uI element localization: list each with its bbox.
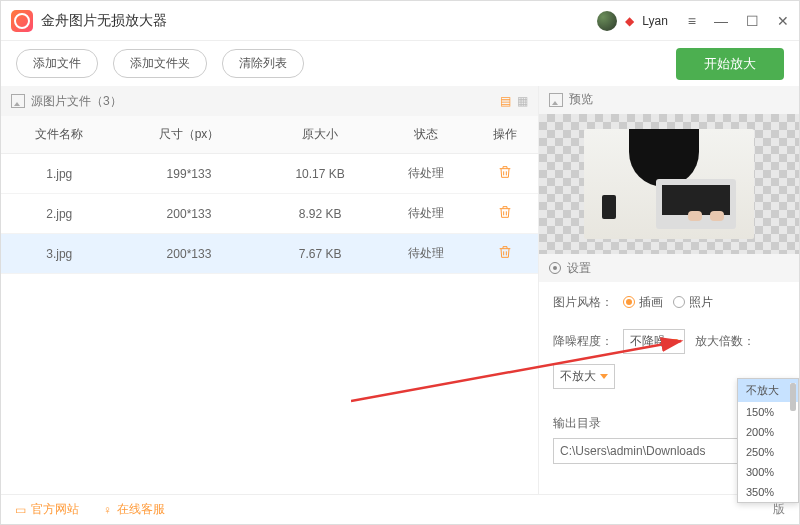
settings-header: 设置	[539, 254, 799, 282]
scale-option[interactable]: 150%	[738, 402, 798, 422]
content: 源图片文件（3） ▤ ▦ 文件名称 尺寸（px） 原大小 状态 操作 1.jpg…	[1, 86, 799, 494]
scale-option[interactable]: 350%	[738, 482, 798, 502]
settings-radio-icon	[549, 262, 561, 274]
denoise-label: 降噪程度：	[553, 333, 613, 350]
globe-icon: ▭	[15, 503, 26, 517]
footer: ▭ 官方网站 ♀ 在线客服 版	[1, 494, 799, 524]
scale-option[interactable]: 300%	[738, 462, 798, 482]
headset-icon: ♀	[103, 503, 112, 517]
table-row[interactable]: 1.jpg199*13310.17 KB待处理	[1, 154, 538, 194]
avatar[interactable]	[597, 11, 617, 31]
cell-filename: 1.jpg	[1, 154, 118, 194]
col-original-size: 原大小	[260, 116, 379, 154]
user-area: ◆ Lyan	[597, 11, 688, 31]
gem-icon: ◆	[625, 14, 634, 28]
source-files-header: 源图片文件（3） ▤ ▦	[1, 86, 538, 116]
cell-action	[471, 194, 538, 234]
output-label: 输出目录	[553, 415, 601, 432]
cell-status: 待处理	[380, 194, 472, 234]
add-folder-button[interactable]: 添加文件夹	[113, 49, 207, 78]
cell-dimensions: 200*133	[118, 194, 261, 234]
preview-label: 预览	[569, 91, 593, 108]
table-row[interactable]: 3.jpg200*1337.67 KB待处理	[1, 234, 538, 274]
settings-area: 图片风格： 插画 照片 降噪程度： 不降噪 放大倍数： 不放大 输出目录 不放大…	[539, 282, 799, 494]
scale-option[interactable]: 250%	[738, 442, 798, 462]
table-row[interactable]: 2.jpg200*1338.92 KB待处理	[1, 194, 538, 234]
scale-option[interactable]: 200%	[738, 422, 798, 442]
clear-list-button[interactable]: 清除列表	[222, 49, 304, 78]
app-logo-icon	[11, 10, 33, 32]
source-files-label: 源图片文件（3）	[31, 93, 122, 110]
delete-icon[interactable]	[497, 209, 513, 223]
maximize-button[interactable]: ☐	[746, 13, 759, 29]
cell-orig-size: 10.17 KB	[260, 154, 379, 194]
caret-down-icon	[670, 339, 678, 344]
cell-dimensions: 200*133	[118, 234, 261, 274]
app-title: 金舟图片无损放大器	[41, 12, 597, 30]
caret-down-icon	[600, 374, 608, 379]
version-label: 版	[773, 501, 785, 518]
col-action: 操作	[471, 116, 538, 154]
dropdown-scrollbar[interactable]	[790, 383, 796, 498]
settings-label: 设置	[567, 260, 591, 277]
menu-button[interactable]: ≡	[688, 13, 696, 29]
scale-dropdown: 不放大150%200%250%300%350%	[737, 378, 799, 503]
window-controls: ≡ — ☐ ✕	[688, 13, 789, 29]
titlebar: 金舟图片无损放大器 ◆ Lyan ≡ — ☐ ✕	[1, 1, 799, 41]
style-radio-photo[interactable]: 照片	[673, 294, 713, 311]
scale-option[interactable]: 不放大	[738, 379, 798, 402]
minimize-button[interactable]: —	[714, 13, 728, 29]
start-enlarge-button[interactable]: 开始放大	[676, 48, 784, 80]
cell-filename: 3.jpg	[1, 234, 118, 274]
left-pane: 源图片文件（3） ▤ ▦ 文件名称 尺寸（px） 原大小 状态 操作 1.jpg…	[1, 86, 539, 494]
delete-icon[interactable]	[497, 249, 513, 263]
style-label: 图片风格：	[553, 294, 613, 311]
image-icon	[11, 94, 25, 108]
close-button[interactable]: ✕	[777, 13, 789, 29]
cell-filename: 2.jpg	[1, 194, 118, 234]
preview-icon	[549, 93, 563, 107]
style-radio-illustration[interactable]: 插画	[623, 294, 663, 311]
col-filename: 文件名称	[1, 116, 118, 154]
preview-area	[539, 114, 799, 254]
cell-action	[471, 154, 538, 194]
online-support-link[interactable]: ♀ 在线客服	[103, 501, 165, 518]
add-file-button[interactable]: 添加文件	[16, 49, 98, 78]
denoise-select[interactable]: 不降噪	[623, 329, 685, 354]
col-status: 状态	[380, 116, 472, 154]
cell-orig-size: 8.92 KB	[260, 194, 379, 234]
right-pane: 预览 设置 图片风格： 插画 照片 降噪程度： 不降噪 放大倍数： 不放大	[539, 86, 799, 494]
scale-select[interactable]: 不放大	[553, 364, 615, 389]
file-table: 文件名称 尺寸（px） 原大小 状态 操作 1.jpg199*13310.17 …	[1, 116, 538, 274]
official-site-link[interactable]: ▭ 官方网站	[15, 501, 79, 518]
preview-header: 预览	[539, 86, 799, 114]
scale-label: 放大倍数：	[695, 333, 755, 350]
cell-dimensions: 199*133	[118, 154, 261, 194]
username: Lyan	[642, 14, 668, 28]
cell-status: 待处理	[380, 154, 472, 194]
preview-image	[584, 129, 754, 239]
delete-icon[interactable]	[497, 169, 513, 183]
toolbar: 添加文件 添加文件夹 清除列表 开始放大	[1, 41, 799, 86]
cell-status: 待处理	[380, 234, 472, 274]
view-grid-icon[interactable]: ▦	[517, 94, 528, 108]
col-dimensions: 尺寸（px）	[118, 116, 261, 154]
cell-action	[471, 234, 538, 274]
cell-orig-size: 7.67 KB	[260, 234, 379, 274]
view-list-icon[interactable]: ▤	[500, 94, 511, 108]
